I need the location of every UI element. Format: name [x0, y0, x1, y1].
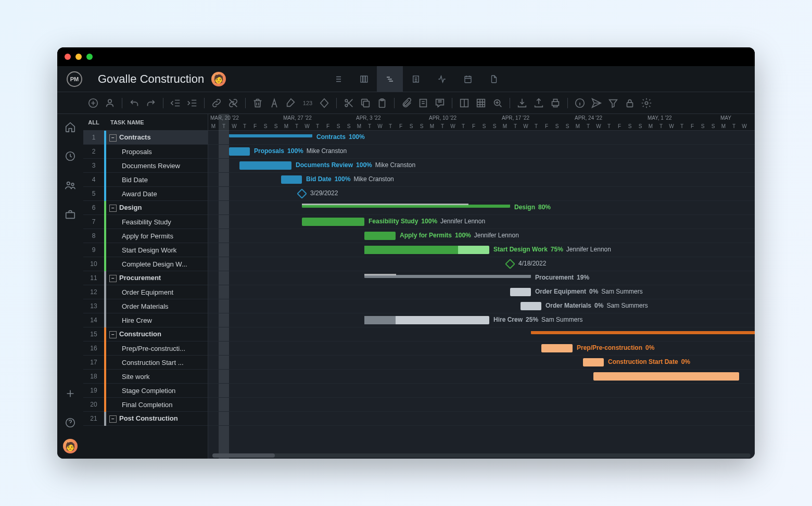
outdent-icon[interactable]	[170, 97, 181, 109]
view-board-icon[interactable]	[351, 66, 377, 92]
task-row[interactable]: 3Documents Review	[83, 159, 208, 173]
gantt-row[interactable]: Bid Date100%Mike Cranston	[208, 173, 755, 187]
gantt-task-bar[interactable]	[302, 218, 364, 226]
scrollbar-thumb[interactable]	[212, 453, 275, 458]
collapse-toggle-icon[interactable]: −	[109, 134, 117, 142]
task-row[interactable]: 2Proposals	[83, 145, 208, 159]
print-icon[interactable]	[550, 97, 561, 109]
gantt-summary-bar[interactable]	[531, 331, 755, 334]
horizontal-scrollbar[interactable]	[212, 453, 751, 458]
col-header-all[interactable]: ALL	[83, 119, 104, 125]
gantt-row[interactable]: Contracts100%	[208, 131, 755, 145]
collapse-toggle-icon[interactable]: −	[109, 205, 117, 212]
gantt-row[interactable]: Prep/Pre-construction0%	[208, 341, 755, 356]
indent-icon[interactable]	[186, 97, 198, 109]
task-row[interactable]: 14Hire Crew	[83, 313, 208, 327]
gantt-task-bar[interactable]	[364, 246, 489, 254]
task-row[interactable]: 8Apply for Permits	[83, 229, 208, 243]
gantt-row[interactable]: Hire Crew25%Sam Summers	[208, 313, 755, 327]
home-icon[interactable]	[65, 121, 76, 133]
minimize-window-icon[interactable]	[75, 54, 82, 60]
info-icon[interactable]	[574, 97, 586, 109]
trash-icon[interactable]	[252, 97, 263, 109]
task-row[interactable]: 11−Procurement	[83, 271, 208, 285]
export-icon[interactable]	[533, 97, 544, 109]
view-activity-icon[interactable]	[429, 66, 455, 92]
lock-icon[interactable]	[624, 97, 636, 109]
task-row[interactable]: 5Award Date	[83, 187, 208, 201]
note-icon[interactable]	[417, 97, 429, 109]
view-sheet-icon[interactable]	[403, 66, 429, 92]
close-window-icon[interactable]	[65, 54, 71, 60]
add-circle-icon[interactable]	[87, 97, 99, 109]
user-icon[interactable]	[104, 97, 116, 109]
project-owner-avatar[interactable]: 🧑	[211, 72, 226, 86]
gantt-task-bar[interactable]	[593, 372, 739, 381]
gantt-row[interactable]	[208, 327, 755, 341]
col-header-taskname[interactable]: TASK NAME	[104, 119, 144, 125]
task-row[interactable]: 21−Post Construction	[83, 412, 208, 426]
briefcase-icon[interactable]	[65, 209, 76, 220]
redo-icon[interactable]	[145, 97, 157, 109]
gantt-row[interactable]: 3/29/2022	[208, 187, 755, 201]
task-row[interactable]: 6−Design	[83, 201, 208, 215]
highlight-icon[interactable]	[285, 97, 297, 109]
grid-icon[interactable]	[475, 97, 487, 109]
gantt-row[interactable]	[208, 398, 755, 412]
zoom-icon[interactable]	[492, 97, 503, 109]
task-row[interactable]: 12Order Equipment	[83, 285, 208, 299]
gantt-task-bar[interactable]	[364, 232, 396, 240]
gantt-task-bar[interactable]	[229, 147, 250, 156]
clock-icon[interactable]	[65, 150, 76, 162]
gantt-row[interactable]: Order Materials0%Sam Summers	[208, 299, 755, 313]
task-row[interactable]: 16Prep/Pre-constructi...	[83, 341, 208, 356]
gantt-row[interactable]: Procurement19%	[208, 271, 755, 285]
gantt-milestone[interactable]	[297, 188, 307, 199]
gantt-task-bar[interactable]	[521, 302, 541, 310]
gantt-row[interactable]	[208, 412, 755, 426]
view-list-icon[interactable]	[325, 66, 351, 92]
team-icon[interactable]	[65, 180, 76, 191]
columns-icon[interactable]	[459, 97, 470, 109]
task-row[interactable]: 10Complete Design W...	[83, 257, 208, 271]
task-row[interactable]: 13Order Materials	[83, 299, 208, 313]
paste-icon[interactable]	[376, 97, 388, 109]
gantt-row[interactable]: Order Equipment0%Sam Summers	[208, 285, 755, 299]
gantt-row[interactable]: Construction Start Date0%	[208, 356, 755, 370]
number-icon[interactable]: 123	[302, 97, 313, 109]
gantt-body[interactable]: Contracts100%Proposals100%Mike CranstonD…	[208, 131, 755, 426]
link-icon[interactable]	[211, 97, 222, 109]
gantt-row[interactable]: Documents Review100%Mike Cranston	[208, 159, 755, 173]
task-row[interactable]: 17Construction Start ...	[83, 356, 208, 370]
gantt-task-bar[interactable]	[583, 358, 604, 366]
task-row[interactable]: 20Final Completion	[83, 398, 208, 412]
gantt-summary-bar[interactable]	[364, 275, 531, 278]
gantt-row[interactable]: Apply for Permits100%Jennifer Lennon	[208, 229, 755, 243]
help-icon[interactable]	[65, 417, 76, 428]
send-icon[interactable]	[591, 97, 602, 109]
plus-icon[interactable]	[65, 388, 76, 399]
gantt-row[interactable]	[208, 370, 755, 384]
shape-icon[interactable]	[319, 97, 330, 109]
filter-icon[interactable]	[607, 97, 619, 109]
comment-icon[interactable]	[434, 97, 446, 109]
gantt-milestone[interactable]	[505, 259, 515, 269]
app-logo[interactable]: PM	[67, 71, 82, 87]
current-user-avatar[interactable]: 🧑	[63, 439, 78, 453]
collapse-toggle-icon[interactable]: −	[109, 275, 117, 282]
gantt-row[interactable]: Design80%	[208, 201, 755, 215]
gantt-task-bar[interactable]	[239, 161, 291, 170]
gantt-summary-bar[interactable]	[302, 205, 510, 208]
cut-icon[interactable]	[343, 97, 354, 109]
gantt-task-bar[interactable]	[281, 175, 302, 184]
task-row[interactable]: 9Start Design Work	[83, 243, 208, 257]
view-calendar-icon[interactable]	[455, 66, 481, 92]
gantt-row[interactable]	[208, 384, 755, 398]
gantt-chart[interactable]: MAR, 20 '22MAR, 27 '22APR, 3 '22APR, 10 …	[208, 114, 755, 459]
view-file-icon[interactable]	[481, 66, 507, 92]
task-row[interactable]: 19Stage Completion	[83, 384, 208, 398]
font-icon[interactable]	[269, 97, 280, 109]
gantt-row[interactable]: Feasibility Study100%Jennifer Lennon	[208, 215, 755, 229]
gantt-summary-bar[interactable]	[229, 134, 312, 137]
settings-icon[interactable]	[641, 97, 652, 109]
